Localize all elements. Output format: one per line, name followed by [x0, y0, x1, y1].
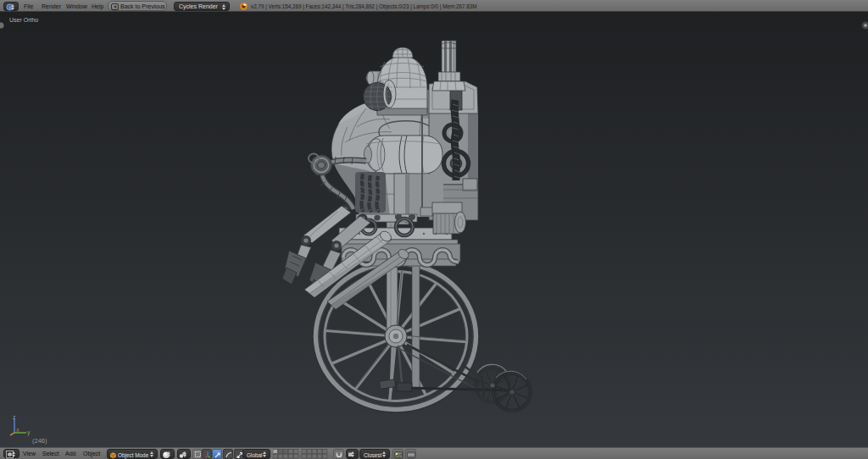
svg-text:(246): (246): [32, 437, 47, 445]
svg-text:x: x: [16, 427, 19, 433]
svg-text:z: z: [13, 414, 16, 420]
svg-text:y: y: [27, 429, 31, 436]
